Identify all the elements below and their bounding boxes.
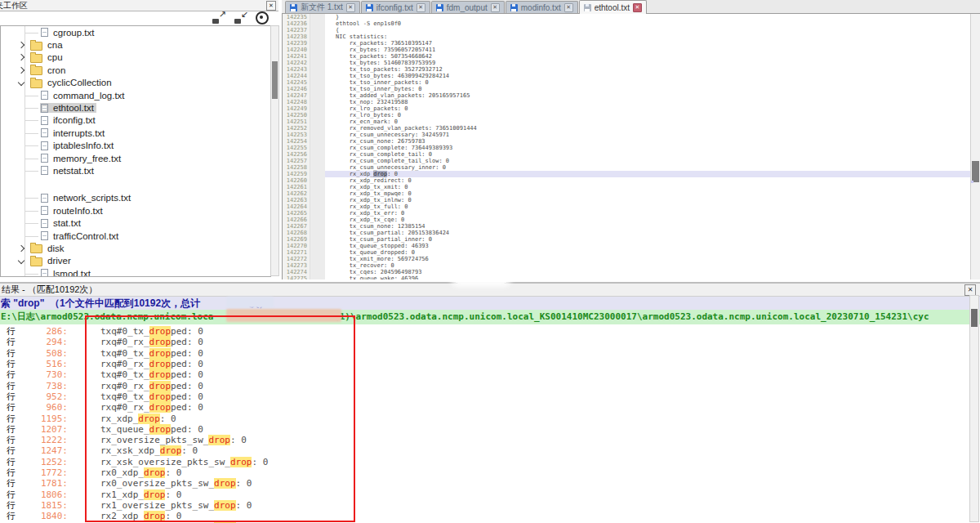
close-icon[interactable]: ✕ [416, 3, 425, 12]
tree-item-command_log.txt[interactable]: command_log.txt [1, 89, 271, 101]
editor-line[interactable]: 142267 tx_csum_none: 12385154 [283, 223, 970, 230]
tree-scrollbar-thumb[interactable] [272, 61, 278, 99]
chevron-right-icon[interactable] [18, 245, 24, 252]
close-icon[interactable]: ✕ [346, 3, 355, 12]
editor-line[interactable]: 142242 tx_bytes: 514607839753959 [283, 60, 970, 66]
editor-line[interactable]: 142235} [283, 14, 970, 20]
editor-line[interactable]: 142266 rx_xdp_tx_cqe: 0 [283, 217, 970, 223]
close-icon[interactable]: ✕ [564, 3, 573, 12]
editor-line[interactable]: 142254 rx_csum_none: 26759783 [283, 138, 970, 145]
editor-line[interactable]: 142243 tx_tso_packets: 35272932712 [283, 66, 970, 73]
tree-item-network_scripts.txt[interactable]: network_scripts.txt [1, 192, 271, 204]
tree-item-iptablesInfo.txt[interactable]: iptablesInfo.txt [1, 140, 271, 152]
tab-ethtool.txt[interactable]: ethtool.txt✕ [579, 0, 647, 14]
editor-line[interactable]: 142248 tx_nop: 232419588 [283, 99, 970, 105]
expand-all-icon[interactable]: ↗ [212, 12, 226, 25]
results-scrollbar-thumb[interactable] [971, 309, 978, 327]
editor-line[interactable]: 142252 rx_removed_vlan_packets: 73651009… [283, 125, 970, 132]
chevron-right-icon[interactable] [18, 42, 24, 48]
tab-ifconfig.txt[interactable]: ifconfig.txt✕ [361, 1, 430, 13]
editor-line[interactable]: 142257 rx_csum_complete_tail_slow: 0 [283, 158, 970, 164]
editor-line[interactable]: 142251 rx_ecn_mark: 0 [283, 118, 970, 125]
tree-item-ethtool.txt[interactable]: ethtool.txt [1, 101, 271, 114]
editor-line[interactable]: 142268 tx_csum_partial: 205153836424 [283, 230, 970, 236]
tree-item-trafficControl.txt[interactable]: trafficControl.txt [1, 230, 271, 242]
line-text: rx_packets: 736510395147 [325, 40, 970, 47]
tree-item-netstat.txt[interactable]: netstat.txt [1, 164, 271, 177]
tree-item-interrupts.txt[interactable]: interrupts.txt [1, 127, 271, 139]
close-icon[interactable]: ✕ [266, 1, 276, 11]
editor-line[interactable]: 142250 rx_lro_bytes: 0 [283, 112, 970, 118]
tree-item-driver[interactable]: driver [1, 255, 271, 267]
editor-line[interactable]: 142237{ [283, 27, 970, 34]
editor-line[interactable]: 142263 rx_xdp_tx_inlnw: 0 [283, 197, 970, 203]
editor-line[interactable]: 142249 rx_lro_packets: 0 [283, 105, 970, 112]
chevron-down-icon[interactable] [18, 257, 24, 264]
locate-file-icon[interactable] [256, 11, 269, 25]
tree-item-cron[interactable]: cron [1, 64, 271, 76]
tree-item-cyclicCollection[interactable]: cyclicCollection [1, 77, 271, 89]
tab-modinfo.txt[interactable]: modinfo.txt✕ [506, 1, 578, 13]
editor-line[interactable]: 142246 tx_tso_inner_bytes: 0 [283, 86, 970, 92]
editor-line[interactable]: 142258 rx_csum_unnecessary_inner: 0 [283, 164, 970, 171]
results-title-bar: 结果 - （匹配10192次） ✕ [0, 284, 980, 297]
line-number: 142269 [283, 236, 310, 243]
editor-line[interactable]: 142265 rx_xdp_tx_err: 0 [283, 210, 970, 217]
close-icon[interactable]: ✕ [491, 3, 500, 12]
editor-line[interactable]: 142271 tx_queue_dropped: 0 [283, 249, 970, 256]
editor-line[interactable]: 142270 tx_queue_stopped: 46393 [283, 243, 970, 249]
editor-line[interactable]: 142244 tx_tso_bytes: 463099429284214 [283, 73, 970, 79]
bookmark-margin [310, 125, 325, 132]
chevron-right-icon[interactable] [18, 67, 24, 74]
editor-line[interactable]: 142247 tx_added_vlan_packets: 2051659571… [283, 92, 970, 99]
editor-line[interactable]: 142256 rx_csum_complete_tail: 0 [283, 151, 970, 158]
editor-line[interactable]: 142261 rx_xdp_tx_xmit: 0 [283, 184, 970, 190]
close-icon[interactable]: ✕ [964, 284, 976, 296]
tree-item-cna[interactable]: cna [1, 38, 271, 51]
results-scrollbar[interactable] [969, 295, 979, 522]
close-icon[interactable]: ✕ [633, 3, 642, 12]
editor-line[interactable]: 142269 tx_csum_partial_inner: 0 [283, 236, 970, 243]
editor-area[interactable]: 142235}142236ethtool -S enp1s0f0142237{1… [282, 14, 970, 279]
line-text: tx_queue_dropped: 0 [325, 249, 970, 256]
editor-line[interactable]: 142260 rx_xdp_redirect: 0 [283, 177, 970, 184]
editor-line[interactable]: 142274 tx_cqes: 204596498793 [283, 269, 970, 275]
editor-scrollbar[interactable] [970, 14, 980, 279]
red-annotation-box [85, 315, 355, 522]
file-tree[interactable]: cgroup.txtcnacpucroncyclicCollectioncomm… [0, 25, 271, 277]
editor-line[interactable]: 142241 tx_packets: 507354668642 [283, 53, 970, 60]
editor-line[interactable]: 142273 tx_recover: 0 [283, 262, 970, 269]
editor-line[interactable]: 142275 tx_queue_wake: 46396 [283, 275, 970, 279]
bookmark-margin [310, 27, 325, 34]
editor-line[interactable]: 142240 rx_bytes: 735960572057411 [283, 47, 970, 53]
editor-line[interactable]: 142264 rx_xdp_tx_full: 0 [283, 203, 970, 210]
search-summary-line[interactable]: 索 "drop" （1个文件中匹配到10192次，总计次） [0, 297, 980, 310]
tree-item-routeInfo.txt[interactable]: routeInfo.txt [1, 204, 271, 217]
editor-line[interactable]: 142239 rx_packets: 736510395147 [283, 40, 970, 47]
tab-label: fdm_output [447, 3, 488, 12]
tree-item-ifconfig.txt[interactable]: ifconfig.txt [1, 114, 271, 127]
tree-item-stat.txt[interactable]: stat.txt [1, 217, 271, 229]
tab-fdm_output[interactable]: fdm_output✕ [431, 1, 505, 13]
editor-line[interactable]: 142259 rx_xdp_drop: 0 [283, 171, 970, 177]
collapse-all-icon[interactable]: ↙ [234, 12, 248, 25]
editor-line[interactable]: 142262 rx_xdp_tx_mpwqe: 0 [283, 190, 970, 197]
tree-item-disk[interactable]: disk [1, 242, 271, 254]
editor-line[interactable]: 142245 tx_tso_inner_packets: 0 [283, 79, 970, 86]
chevron-down-icon[interactable] [18, 79, 24, 86]
editor-line[interactable]: 142253 rx_csum_unnecessary: 34245971 [283, 132, 970, 138]
editor-line[interactable]: 142236ethtool -S enp1s0f0 [283, 20, 970, 27]
tree-connector [25, 96, 38, 96]
tree-item-cgroup.txt[interactable]: cgroup.txt [1, 26, 271, 38]
tab-新文件 1.txt[interactable]: 新文件 1.txt✕ [285, 1, 360, 13]
tree-item-cpu[interactable]: cpu [1, 51, 271, 64]
editor-scrollbar-thumb[interactable] [972, 161, 979, 182]
editor-line[interactable]: 142272 tx_xmit_more: 569724756 [283, 256, 970, 262]
chevron-right-icon[interactable] [18, 54, 24, 60]
tree-item-memory_free.txt[interactable]: memory_free.txt [1, 152, 271, 164]
tree-item-lsmod.txt[interactable]: lsmod.txt [1, 267, 271, 277]
line-number: 142264 [283, 203, 310, 210]
editor-line[interactable]: 142255 rx_csum_complete: 736449389393 [283, 145, 970, 151]
editor-line[interactable]: 142238NIC statistics: [283, 34, 970, 40]
tree-scrollbar[interactable] [270, 25, 279, 276]
